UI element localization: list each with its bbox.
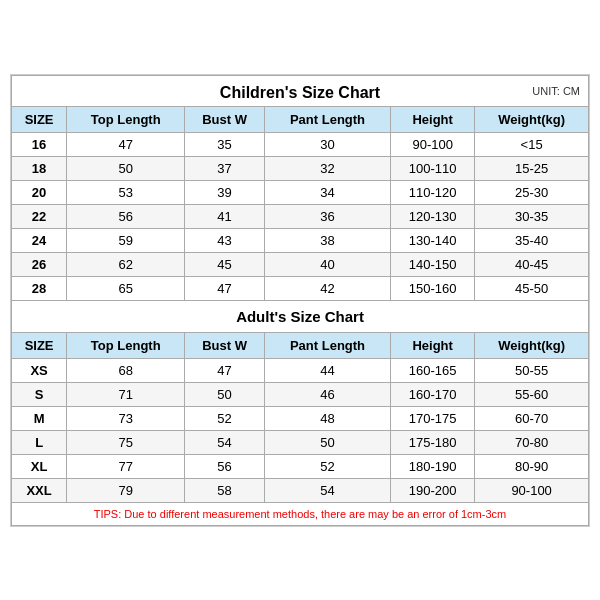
data-cell: 60-70 [475,406,589,430]
data-cell: 170-175 [391,406,475,430]
data-cell: 70-80 [475,430,589,454]
data-cell: 71 [67,382,185,406]
data-cell: 56 [185,454,265,478]
table-row: XXL795854190-20090-100 [12,478,589,502]
data-cell: 52 [185,406,265,430]
data-cell: 35 [185,132,265,156]
data-cell: 90-100 [475,478,589,502]
data-cell: 32 [264,156,390,180]
adults-header-cell: Pant Length [264,332,390,358]
table-row: 26624540140-15040-45 [12,252,589,276]
children-header-cell: Weight(kg) [475,106,589,132]
data-cell: 42 [264,276,390,300]
size-cell: S [12,382,67,406]
table-row: XL775652180-19080-90 [12,454,589,478]
size-chart-container: Children's Size Chart UNIT: CM SIZETop L… [10,74,590,527]
size-cell: 20 [12,180,67,204]
size-cell: 22 [12,204,67,228]
data-cell: 25-30 [475,180,589,204]
data-cell: 120-130 [391,204,475,228]
size-cell: 24 [12,228,67,252]
data-cell: 40 [264,252,390,276]
data-cell: <15 [475,132,589,156]
data-cell: 30-35 [475,204,589,228]
data-cell: 50 [185,382,265,406]
size-cell: 16 [12,132,67,156]
children-header-cell: Bust W [185,106,265,132]
adults-header-cell: Top Length [67,332,185,358]
data-cell: 39 [185,180,265,204]
data-cell: 47 [185,276,265,300]
children-header-cell: Height [391,106,475,132]
data-cell: 79 [67,478,185,502]
data-cell: 59 [67,228,185,252]
data-cell: 34 [264,180,390,204]
data-cell: 53 [67,180,185,204]
children-header-cell: SIZE [12,106,67,132]
children-title: Children's Size Chart [220,84,380,101]
size-cell: 18 [12,156,67,180]
data-cell: 38 [264,228,390,252]
data-cell: 47 [67,132,185,156]
data-cell: 54 [264,478,390,502]
data-cell: 180-190 [391,454,475,478]
data-cell: 54 [185,430,265,454]
table-row: 20533934110-12025-30 [12,180,589,204]
adults-header-cell: Weight(kg) [475,332,589,358]
data-cell: 80-90 [475,454,589,478]
data-cell: 175-180 [391,430,475,454]
size-cell: 26 [12,252,67,276]
tips-text: TIPS: Due to different measurement metho… [12,502,589,525]
adults-title: Adult's Size Chart [12,300,589,332]
data-cell: 48 [264,406,390,430]
table-row: S715046160-17055-60 [12,382,589,406]
data-cell: 41 [185,204,265,228]
data-cell: 77 [67,454,185,478]
table-row: L755450175-18070-80 [12,430,589,454]
adults-header-cell: Height [391,332,475,358]
table-row: M735248170-17560-70 [12,406,589,430]
data-cell: 30 [264,132,390,156]
data-cell: 65 [67,276,185,300]
table-row: 18503732100-11015-25 [12,156,589,180]
data-cell: 47 [185,358,265,382]
size-cell: 28 [12,276,67,300]
adults-header-cell: SIZE [12,332,67,358]
data-cell: 45-50 [475,276,589,300]
size-cell: XS [12,358,67,382]
data-cell: 190-200 [391,478,475,502]
data-cell: 100-110 [391,156,475,180]
data-cell: 90-100 [391,132,475,156]
data-cell: 46 [264,382,390,406]
data-cell: 40-45 [475,252,589,276]
data-cell: 73 [67,406,185,430]
data-cell: 56 [67,204,185,228]
data-cell: 52 [264,454,390,478]
data-cell: 50 [264,430,390,454]
data-cell: 43 [185,228,265,252]
data-cell: 35-40 [475,228,589,252]
table-row: 28654742150-16045-50 [12,276,589,300]
data-cell: 44 [264,358,390,382]
children-header-cell: Pant Length [264,106,390,132]
table-row: 22564136120-13030-35 [12,204,589,228]
data-cell: 50-55 [475,358,589,382]
data-cell: 140-150 [391,252,475,276]
size-cell: XL [12,454,67,478]
data-cell: 160-165 [391,358,475,382]
data-cell: 15-25 [475,156,589,180]
data-cell: 45 [185,252,265,276]
data-cell: 75 [67,430,185,454]
table-row: 1647353090-100<15 [12,132,589,156]
table-row: 24594338130-14035-40 [12,228,589,252]
size-cell: L [12,430,67,454]
data-cell: 130-140 [391,228,475,252]
data-cell: 68 [67,358,185,382]
data-cell: 37 [185,156,265,180]
data-cell: 110-120 [391,180,475,204]
children-header-cell: Top Length [67,106,185,132]
adults-header-cell: Bust W [185,332,265,358]
data-cell: 150-160 [391,276,475,300]
size-cell: XXL [12,478,67,502]
data-cell: 55-60 [475,382,589,406]
